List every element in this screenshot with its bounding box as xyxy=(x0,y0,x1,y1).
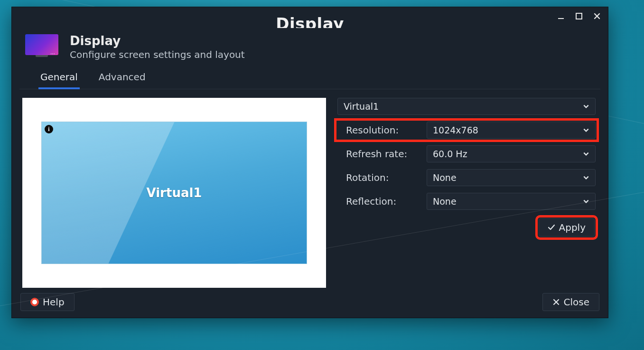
output-selector-value: Virtual1 xyxy=(344,101,379,112)
refresh-rate-value: 60.0 Hz xyxy=(433,149,467,159)
svg-rect-0 xyxy=(558,18,564,19)
check-icon xyxy=(548,224,555,231)
reflection-dropdown[interactable]: None xyxy=(427,193,596,210)
maximize-icon xyxy=(575,12,583,20)
refresh-rate-label: Refresh rate: xyxy=(337,148,418,160)
display-layout-preview[interactable]: i Virtual1 xyxy=(22,98,326,288)
display-settings-form: Virtual1 Resolution: 1024x768 Refresh ra… xyxy=(337,98,597,288)
chevron-down-icon xyxy=(583,103,589,110)
apply-button[interactable]: Apply xyxy=(539,218,595,236)
display-settings-window: Display Display Configure screen setting… xyxy=(11,7,608,318)
rotation-row: Rotation: None xyxy=(337,169,596,186)
reflection-label: Reflection: xyxy=(337,196,418,207)
resolution-dropdown[interactable]: 1024x768 xyxy=(427,122,596,139)
resolution-value: 1024x768 xyxy=(433,125,478,135)
window-controls xyxy=(553,10,605,22)
page-title: Display xyxy=(70,34,245,48)
chevron-down-icon xyxy=(583,174,589,181)
help-button-label: Help xyxy=(43,296,65,308)
svg-rect-1 xyxy=(576,13,582,19)
chevron-down-icon xyxy=(583,127,589,133)
refresh-rate-row: Refresh rate: 60.0 Hz xyxy=(337,145,596,162)
window-titlebar[interactable]: Display xyxy=(12,7,608,25)
info-icon[interactable]: i xyxy=(45,125,53,133)
window-close-button[interactable] xyxy=(589,10,605,22)
close-icon xyxy=(593,12,601,20)
window-minimize-button[interactable] xyxy=(553,10,569,22)
minimize-icon xyxy=(557,12,565,20)
tab-content-general: i Virtual1 Virtual1 Resolution: 1024x768 xyxy=(12,89,608,288)
rotation-value: None xyxy=(433,172,457,183)
window-maximize-button[interactable] xyxy=(571,10,587,22)
close-button-label: Close xyxy=(564,296,589,308)
window-title: Display xyxy=(276,16,344,28)
apply-row: Apply xyxy=(337,218,596,236)
preview-display-label: Virtual1 xyxy=(147,186,202,200)
rotation-dropdown[interactable]: None xyxy=(427,169,596,186)
preview-display-virtual1[interactable]: i Virtual1 xyxy=(41,122,307,264)
close-button[interactable]: Close xyxy=(542,293,599,311)
rotation-label: Rotation: xyxy=(337,172,418,183)
chevron-down-icon xyxy=(583,151,589,157)
resolution-label: Resolution: xyxy=(337,124,418,136)
dialog-footer: Help Close xyxy=(12,288,608,318)
tab-advanced[interactable]: Advanced xyxy=(97,68,148,89)
refresh-rate-dropdown[interactable]: 60.0 Hz xyxy=(427,145,596,162)
help-icon xyxy=(30,298,39,306)
display-icon xyxy=(25,34,60,60)
output-selector-dropdown[interactable]: Virtual1 xyxy=(337,98,596,115)
chevron-down-icon xyxy=(583,198,589,205)
help-button[interactable]: Help xyxy=(20,293,75,311)
page-header: Display Configure screen settings and la… xyxy=(12,25,608,65)
page-subtitle: Configure screen settings and layout xyxy=(70,49,245,60)
resolution-row: Resolution: 1024x768 xyxy=(337,122,596,139)
tab-bar: General Advanced xyxy=(19,68,600,89)
reflection-value: None xyxy=(433,196,457,207)
tab-general[interactable]: General xyxy=(38,68,80,89)
close-icon xyxy=(552,298,560,306)
apply-button-label: Apply xyxy=(559,222,586,233)
reflection-row: Reflection: None xyxy=(337,193,596,210)
